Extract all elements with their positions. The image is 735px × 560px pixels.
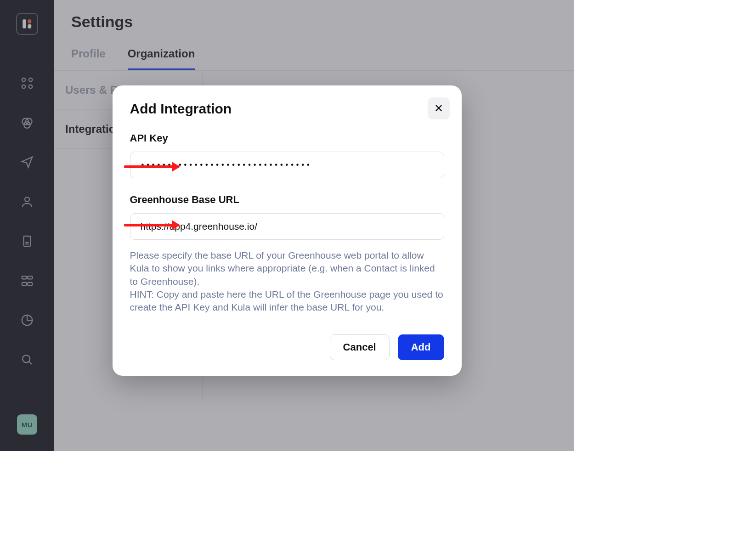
add-integration-modal: Add Integration ✕ API Key Greenhouse Bas… xyxy=(113,85,462,376)
annotation-arrow-base-url xyxy=(124,224,179,226)
modal-close-button[interactable]: ✕ xyxy=(428,97,450,119)
api-key-label: API Key xyxy=(130,132,444,144)
base-url-label: Greenhouse Base URL xyxy=(130,194,444,206)
helper-line-2: HINT: Copy and paste here the URL of the… xyxy=(130,288,444,314)
modal-title: Add Integration xyxy=(130,101,444,117)
modal-button-row: Cancel Add xyxy=(130,334,444,360)
modal-scrim[interactable]: Add Integration ✕ API Key Greenhouse Bas… xyxy=(0,0,574,451)
helper-line-1: Please specify the base URL of your Gree… xyxy=(130,249,444,288)
cancel-button[interactable]: Cancel xyxy=(330,334,390,360)
close-icon: ✕ xyxy=(434,102,443,115)
app-viewport: MU Settings Profile Organization Users &… xyxy=(0,0,574,451)
annotation-arrow-api-key xyxy=(124,165,179,168)
add-button[interactable]: Add xyxy=(398,334,444,360)
base-url-helper: Please specify the base URL of your Gree… xyxy=(130,249,444,314)
